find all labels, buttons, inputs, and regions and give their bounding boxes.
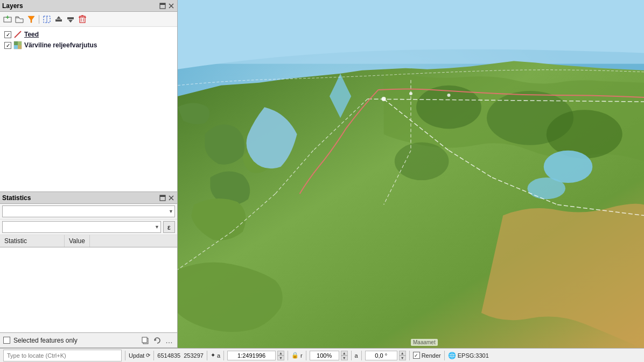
left-panel: Layers (0, 0, 178, 348)
move-down-button[interactable] (65, 14, 76, 25)
angle-stepper: ▲ ▼ (399, 351, 406, 360)
move-selection-button[interactable] (41, 14, 52, 25)
lock-icon: 🔒 (291, 352, 299, 359)
selected-features-checkbox[interactable] (3, 337, 10, 344)
layers-content: ✓ Teed ✓ (0, 27, 177, 191)
angle-segment: ▲ ▼ (365, 351, 410, 360)
zoom-stepper: ▲ ▼ (341, 351, 348, 360)
update-segment: Updat ⟳ (129, 351, 154, 360)
layers-panel: Layers (0, 0, 177, 192)
layer-icon-teed (13, 30, 22, 39)
statistics-close-icon[interactable] (167, 194, 175, 202)
toolbar-separator-1 (39, 15, 39, 24)
layer-checkbox-teed[interactable]: ✓ (4, 31, 11, 38)
render-checkbox[interactable]: ✓ (413, 352, 420, 359)
statistics-panel: Statistics ▼ (0, 192, 177, 348)
layers-toolbar (0, 12, 177, 27)
angle-input[interactable] (365, 351, 397, 360)
coord-y: 253297 (184, 352, 204, 359)
statistics-epsilon-button[interactable]: ε (163, 221, 175, 233)
copy-icon[interactable] (141, 336, 150, 345)
render-label: Render (422, 352, 441, 359)
layer-item-varviline[interactable]: ✓ Värviline reljeefvarjutus (0, 40, 177, 51)
svg-line-19 (15, 31, 21, 38)
statistics-col-value: Value (65, 235, 90, 247)
map-attribution: Maaamet (411, 339, 438, 346)
globe-icon: 🌐 (448, 352, 456, 359)
statistics-titlebar-icons (159, 194, 175, 202)
svg-point-51 (382, 97, 386, 101)
layer-checkbox-varviline[interactable]: ✓ (4, 42, 11, 49)
statistics-table-body (0, 247, 177, 332)
statistics-field-dropdown[interactable] (2, 221, 161, 233)
layer-label-varviline: Värviline reljeefvarjutus (24, 41, 97, 49)
svg-point-37 (395, 143, 449, 180)
statistics-field-row: ▼ ε (0, 219, 177, 235)
scale-input[interactable] (227, 351, 276, 360)
layer-item-teed[interactable]: ✓ Teed (0, 29, 177, 40)
layers-titlebar-icons (159, 2, 175, 10)
svg-point-52 (447, 94, 450, 97)
locate-input[interactable] (3, 350, 122, 361)
render-segment: ✓ Render (413, 351, 445, 360)
filter-button[interactable] (26, 14, 37, 25)
lock-segment: 🔒 r (291, 351, 306, 360)
scale-prefix: a (217, 352, 220, 359)
svg-rect-22 (18, 41, 22, 45)
layers-close-icon[interactable] (167, 2, 175, 10)
svg-rect-23 (14, 45, 18, 49)
cursor-segment: ✦ a (211, 351, 224, 360)
svg-point-53 (409, 92, 412, 95)
coord-x: 6514835 (157, 352, 180, 359)
scale-down-button[interactable]: ▼ (277, 356, 284, 360)
move-up-button[interactable] (53, 14, 64, 25)
more-options-icon[interactable]: … (164, 336, 174, 345)
zoom-down-button[interactable]: ▼ (341, 356, 348, 360)
statistics-layer-dropdown-wrapper: ▼ (2, 205, 175, 217)
refresh-icon[interactable] (152, 336, 162, 345)
layers-title: Layers (2, 2, 23, 10)
statistics-table-header: Statistic Value (0, 235, 177, 247)
layer-label-teed: Teed (24, 31, 39, 38)
angle-prefix: a (355, 352, 358, 359)
statistics-layer-dropdown[interactable] (2, 205, 175, 217)
svg-rect-26 (160, 195, 165, 197)
add-layer-button[interactable] (2, 14, 13, 25)
map-area[interactable]: Maaamet (178, 0, 644, 348)
statistics-layer-toolbar: ▼ (0, 204, 177, 219)
remove-layer-button[interactable] (77, 14, 88, 25)
angle-prefix-segment: a (355, 351, 362, 360)
svg-marker-13 (68, 20, 73, 23)
svg-marker-11 (57, 16, 61, 19)
svg-rect-1 (160, 3, 165, 5)
selected-features-bar: Selected features only … (0, 332, 177, 347)
svg-rect-12 (67, 17, 74, 19)
crs-label: EPSG:3301 (458, 352, 489, 359)
layer-icon-varviline (13, 41, 22, 49)
statistics-maximize-icon[interactable] (159, 194, 166, 202)
map-canvas (178, 0, 644, 348)
zoom-segment: ▲ ▼ (310, 351, 352, 360)
statistics-field-dropdown-wrapper: ▼ (2, 221, 161, 233)
svg-marker-31 (155, 339, 157, 341)
zoom-up-button[interactable]: ▲ (341, 351, 348, 356)
scale-up-button[interactable]: ▲ (277, 351, 284, 356)
update-label: Updat (129, 352, 144, 359)
statistics-title: Statistics (2, 194, 31, 202)
angle-up-button[interactable]: ▲ (399, 351, 406, 356)
rotation-prefix: r (300, 352, 303, 359)
svg-point-36 (547, 110, 622, 159)
open-layer-button[interactable] (14, 14, 25, 25)
selected-features-label: Selected features only (13, 337, 78, 344)
scale-stepper: ▲ ▼ (277, 351, 284, 360)
selected-features-icons: … (141, 336, 174, 345)
locate-segment (3, 351, 125, 360)
statistics-titlebar: Statistics (0, 192, 177, 204)
layers-maximize-icon[interactable] (159, 2, 166, 10)
zoom-input[interactable] (310, 351, 339, 360)
angle-down-button[interactable]: ▼ (399, 356, 406, 360)
svg-rect-21 (14, 41, 18, 45)
svg-rect-10 (55, 19, 62, 22)
layers-titlebar: Layers (0, 0, 177, 12)
update-icon: ⟳ (146, 352, 150, 358)
